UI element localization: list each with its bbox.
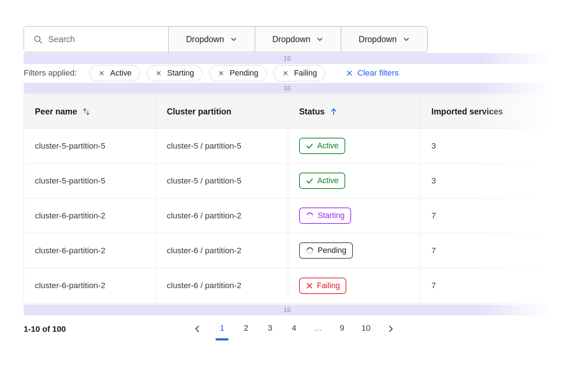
dropdown-button-1[interactable]: Dropdown	[168, 27, 255, 52]
peers-table: Peer name Cluster partition Status Impor…	[24, 94, 552, 303]
clear-icon	[346, 69, 353, 77]
table-row: cluster-6-partition-2 cluster-6 / partit…	[24, 268, 552, 303]
filter-chip-active[interactable]: Active	[90, 65, 140, 81]
filter-chip-pending[interactable]: Pending	[209, 65, 267, 81]
column-label: Cluster partition	[167, 107, 231, 117]
dismiss-icon	[98, 70, 105, 77]
spacing-annotation-value: 16	[283, 306, 291, 314]
cell-peer-name: cluster-6-partition-2	[24, 268, 156, 303]
cell-peer-name: cluster-6-partition-2	[24, 233, 156, 268]
filter-chip-label: Failing	[294, 69, 317, 78]
cell-imported-services: 7	[420, 198, 551, 233]
filter-chip-label: Pending	[230, 69, 258, 78]
column-label: Status	[299, 107, 325, 117]
previous-page-button[interactable]	[192, 318, 203, 339]
chevron-down-icon	[316, 35, 324, 43]
table-row: cluster-6-partition-2 cluster-6 / partit…	[24, 198, 552, 233]
cell-imported-services: 3	[420, 164, 551, 198]
status-badge-label: Active	[317, 141, 339, 150]
filters-applied-label: Filters applied:	[24, 68, 77, 78]
column-header-cluster-partition: Cluster partition	[156, 95, 288, 128]
chevron-down-icon	[230, 35, 238, 43]
cell-cluster-partition: cluster-6 / partition-2	[156, 233, 288, 268]
pagination-nav: 1 2 3 4 … 9 10	[192, 317, 396, 340]
search-input[interactable]	[48, 35, 161, 44]
cell-status: Active	[288, 164, 420, 198]
dismiss-icon	[155, 70, 162, 77]
page-button-3[interactable]: 3	[265, 317, 275, 340]
cell-status: Starting	[288, 198, 420, 233]
chevron-down-icon	[402, 35, 410, 43]
status-badge-label: Pending	[318, 246, 346, 255]
filter-chip-starting[interactable]: Starting	[147, 65, 202, 81]
cell-status: Failing	[288, 268, 420, 303]
spacing-annotation-bar: 16	[24, 305, 551, 315]
column-header-status[interactable]: Status	[288, 95, 420, 128]
table-row: cluster-6-partition-2 cluster-6 / partit…	[24, 233, 552, 268]
dismiss-icon	[218, 70, 225, 77]
dismiss-icon	[282, 70, 289, 77]
cell-imported-services: 7	[420, 268, 551, 303]
spacing-annotation-bar: 16	[24, 83, 551, 94]
cell-status: Active	[288, 129, 420, 163]
applied-filters-bar: Filters applied: Active Starting Pending…	[24, 65, 399, 81]
pagination-range-summary: 1-10 of 100	[24, 324, 66, 334]
filter-chip-failing[interactable]: Failing	[274, 65, 325, 81]
table-row: cluster-5-partition-5 cluster-5 / partit…	[24, 164, 552, 198]
page-button-4[interactable]: 4	[289, 317, 299, 340]
cell-imported-services: 7	[420, 233, 551, 268]
dropdown-label: Dropdown	[272, 35, 310, 44]
column-header-peer-name[interactable]: Peer name	[24, 95, 156, 128]
next-page-button[interactable]	[385, 318, 396, 339]
cell-cluster-partition: cluster-6 / partition-2	[156, 198, 288, 233]
page: Dropdown Dropdown Dropdown 16 16 16 Filt…	[0, 0, 588, 367]
status-badge-failing: Failing	[299, 278, 346, 294]
cell-cluster-partition: cluster-5 / partition-5	[156, 129, 288, 163]
table-row: cluster-5-partition-5 cluster-5 / partit…	[24, 129, 552, 164]
chevron-right-icon	[386, 324, 395, 333]
spinner-icon	[306, 246, 314, 255]
column-label: Peer name	[35, 107, 77, 117]
clear-filters-label: Clear filters	[357, 68, 399, 78]
pagination-bar: 1-10 of 100 1 2 3 4 … 9 10	[0, 317, 588, 346]
page-button-9[interactable]: 9	[337, 317, 347, 340]
dropdown-button-3[interactable]: Dropdown	[341, 27, 427, 52]
cell-cluster-partition: cluster-6 / partition-2	[156, 268, 288, 303]
chevron-left-icon	[193, 324, 202, 333]
dropdown-label: Dropdown	[359, 35, 397, 44]
check-icon	[306, 142, 314, 150]
column-label: Imported services	[431, 107, 503, 117]
spacing-annotation-value: 16	[283, 55, 291, 62]
search-field[interactable]	[24, 27, 168, 52]
cell-peer-name: cluster-6-partition-2	[24, 198, 156, 233]
status-badge-active: Active	[299, 138, 345, 154]
filter-toolbar: Dropdown Dropdown Dropdown	[24, 26, 428, 52]
x-icon	[306, 282, 313, 290]
status-badge-active: Active	[299, 173, 345, 189]
status-badge-pending: Pending	[299, 242, 353, 259]
clear-filters-button[interactable]: Clear filters	[346, 68, 399, 78]
cell-status: Pending	[288, 233, 420, 268]
status-badge-label: Failing	[317, 281, 340, 290]
filter-chip-label: Starting	[167, 69, 194, 78]
dropdown-label: Dropdown	[186, 35, 224, 44]
page-button-10[interactable]: 10	[361, 317, 371, 340]
status-badge-starting: Starting	[299, 207, 351, 224]
status-badge-label: Active	[317, 176, 339, 185]
dropdown-button-2[interactable]: Dropdown	[255, 27, 341, 52]
cell-peer-name: cluster-5-partition-5	[24, 164, 156, 198]
page-button-2[interactable]: 2	[241, 317, 251, 340]
column-header-imported-services: Imported services	[420, 95, 551, 128]
spinner-icon	[306, 211, 314, 220]
status-badge-label: Starting	[318, 211, 345, 220]
table-header-row: Peer name Cluster partition Status Impor…	[24, 95, 552, 129]
cell-cluster-partition: cluster-5 / partition-5	[156, 164, 288, 198]
page-button-1[interactable]: 1	[217, 317, 227, 340]
filter-chip-label: Active	[110, 69, 132, 78]
spacing-annotation-bar: 16	[24, 53, 551, 64]
spacing-annotation-value: 16	[283, 85, 291, 92]
check-icon	[306, 177, 314, 185]
pages-ellipsis: …	[313, 317, 323, 340]
cell-imported-services: 3	[420, 129, 551, 163]
cell-peer-name: cluster-5-partition-5	[24, 129, 156, 163]
